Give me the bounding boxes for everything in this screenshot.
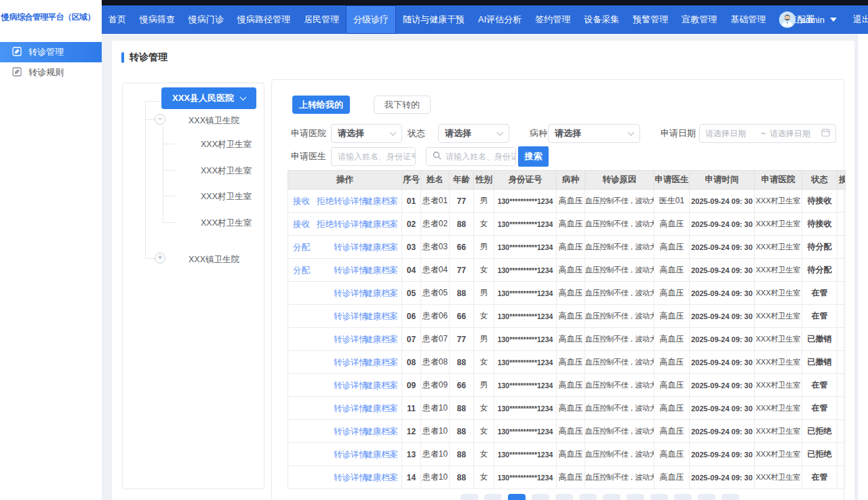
- op-0-link[interactable]: 接收: [293, 195, 310, 207]
- op-2-link[interactable]: 转诊详情: [334, 449, 368, 460]
- doctor-input[interactable]: 请输入姓名、身份证号: [331, 147, 416, 166]
- cell-no: 04: [402, 259, 421, 282]
- op-2-link[interactable]: 转诊详情: [334, 287, 368, 299]
- cell-extra: [837, 282, 846, 305]
- tree-node-town-1[interactable]: XXX镇卫生院: [189, 115, 239, 127]
- sidebar-item-2[interactable]: 转诊规则: [0, 62, 102, 83]
- page-pill-1[interactable]: [460, 494, 478, 500]
- nav-item-4[interactable]: 慢病路径管理: [231, 5, 297, 34]
- cell-age: 66: [450, 374, 474, 397]
- op-2-link[interactable]: 转诊详情: [334, 310, 368, 322]
- op-3-link[interactable]: 健康档案: [364, 241, 398, 253]
- nav-item-3[interactable]: 慢病门诊: [182, 5, 231, 34]
- logout-button[interactable]: 退出: [842, 14, 868, 26]
- op-2-link[interactable]: 转诊详情: [334, 241, 368, 253]
- op-3-link[interactable]: 健康档案: [364, 472, 398, 483]
- op-3-link[interactable]: 健康档案: [364, 287, 398, 299]
- user-box[interactable]: admin 退出: [775, 5, 868, 34]
- cell-ops: 转诊详情健康档案: [288, 374, 402, 397]
- cell-name: 患者10: [421, 443, 450, 466]
- nav-item-13[interactable]: 基础管理: [724, 5, 772, 34]
- tree-node-village-1[interactable]: XXX村卫生室: [201, 139, 252, 150]
- op-2-link[interactable]: 转诊详情: [334, 379, 368, 391]
- page-pill-4[interactable]: [532, 494, 549, 500]
- cell-time: 2025-09-24 09: 30: [690, 351, 755, 374]
- cell-hospital: XXX村卫生室: [755, 420, 802, 443]
- cell-reason: 血压控制不佳，波动大: [585, 443, 654, 466]
- cell-hospital: XXX村卫生室: [755, 305, 802, 328]
- page-pill-12[interactable]: [722, 494, 739, 500]
- cell-doctor: 高血压: [654, 328, 690, 351]
- op-3-link[interactable]: 健康档案: [364, 402, 398, 414]
- op-3-link[interactable]: 健康档案: [364, 333, 398, 345]
- cell-doctor: 高血压: [654, 236, 690, 259]
- op-2-link[interactable]: 转诊详情: [334, 472, 368, 483]
- cell-id: 130**********1234: [494, 328, 557, 351]
- cell-name: 患者05: [421, 282, 450, 305]
- op-2-link[interactable]: 转诊详情: [334, 264, 368, 276]
- nav-item-6[interactable]: 分级诊疗: [346, 5, 396, 34]
- page-pill-3[interactable]: [508, 494, 526, 500]
- tree-node-village-3[interactable]: XXX村卫生室: [201, 191, 252, 203]
- op-2-link[interactable]: 转诊详情: [334, 356, 368, 368]
- filter-disease-select[interactable]: 请选择: [548, 124, 640, 143]
- op-2-link[interactable]: 转诊详情: [334, 425, 368, 437]
- page-pill-11[interactable]: [698, 494, 715, 500]
- tree-node-village-4[interactable]: XXX村卫生室: [201, 217, 252, 229]
- op-3-link[interactable]: 健康档案: [364, 310, 398, 322]
- tab-my-down-button[interactable]: 我下转的: [374, 96, 431, 114]
- nav-item-9[interactable]: 签约管理: [528, 5, 577, 34]
- op-0-link[interactable]: 分配: [293, 241, 310, 253]
- cell-extra: [837, 328, 846, 351]
- op-2-link[interactable]: 转诊详情: [334, 402, 368, 414]
- search-button[interactable]: 搜索: [518, 146, 549, 167]
- op-3-link[interactable]: 健康档案: [364, 449, 398, 460]
- filter-date-range[interactable]: 请选择日期 ~ 请选择日期: [699, 124, 836, 143]
- page-scrollbar[interactable]: [857, 34, 868, 500]
- select-value: 请选择: [338, 127, 364, 140]
- nav-item-11[interactable]: 预警管理: [626, 5, 675, 34]
- op-3-link[interactable]: 健康档案: [364, 356, 398, 368]
- op-3-link[interactable]: 健康档案: [364, 425, 398, 437]
- op-3-link[interactable]: 健康档案: [364, 379, 398, 391]
- filter-hospital-select[interactable]: 请选择: [331, 124, 402, 143]
- op-1-link[interactable]: 拒绝: [317, 218, 334, 230]
- op-3-link[interactable]: 健康档案: [364, 264, 398, 276]
- op-3-link[interactable]: 健康档案: [364, 218, 398, 230]
- filter-status-select[interactable]: 请选择: [438, 124, 509, 143]
- page-pill-6[interactable]: [579, 494, 597, 500]
- tree-node-village-2[interactable]: XXX村卫生室: [201, 165, 252, 177]
- tree-node-town-2[interactable]: XXX镇卫生院: [189, 254, 239, 266]
- page-pill-10[interactable]: [674, 494, 692, 500]
- keyword-search-input[interactable]: 请输入姓名、身份证号: [426, 147, 516, 166]
- cell-gender: 女: [474, 351, 494, 374]
- op-3-link[interactable]: 健康档案: [364, 195, 398, 207]
- op-2-link[interactable]: 转诊详情: [334, 218, 368, 230]
- cell-gender: 女: [474, 259, 494, 282]
- tab-up-to-me-button[interactable]: 上转给我的: [292, 96, 350, 114]
- page-pill-5[interactable]: [555, 494, 573, 500]
- op-1-link[interactable]: 拒绝: [317, 195, 334, 207]
- sidebar-item-1[interactable]: 转诊管理: [0, 42, 102, 62]
- cell-id: 130**********1234: [494, 466, 557, 489]
- page-pill-8[interactable]: [627, 494, 644, 500]
- nav-item-10[interactable]: 设备采集: [577, 5, 626, 34]
- page-pill-9[interactable]: [650, 494, 668, 500]
- nav-item-5[interactable]: 居民管理: [297, 5, 346, 34]
- nav-item-8[interactable]: AI评估分析: [471, 5, 528, 34]
- op-2-link[interactable]: 转诊详情: [334, 333, 368, 345]
- page-pill-2[interactable]: [484, 494, 502, 500]
- page-pill-7[interactable]: [603, 494, 620, 500]
- nav-item-2[interactable]: 慢病筛查: [133, 5, 182, 34]
- cell-hospital: XXX村卫生室: [755, 443, 802, 466]
- op-0-link[interactable]: 分配: [293, 264, 310, 276]
- calendar-icon: [821, 128, 830, 139]
- nav-item-1[interactable]: 首页: [102, 5, 133, 34]
- nav-item-7[interactable]: 随访与健康干预: [396, 5, 471, 34]
- nav-item-12[interactable]: 宣教管理: [675, 5, 724, 34]
- tree-collapse-icon[interactable]: −: [155, 114, 165, 125]
- op-0-link[interactable]: 接收: [293, 218, 310, 230]
- tree-expand-icon[interactable]: +: [155, 253, 165, 264]
- op-2-link[interactable]: 转诊详情: [334, 195, 368, 207]
- tree-root-node[interactable]: XXX县人民医院: [161, 87, 256, 109]
